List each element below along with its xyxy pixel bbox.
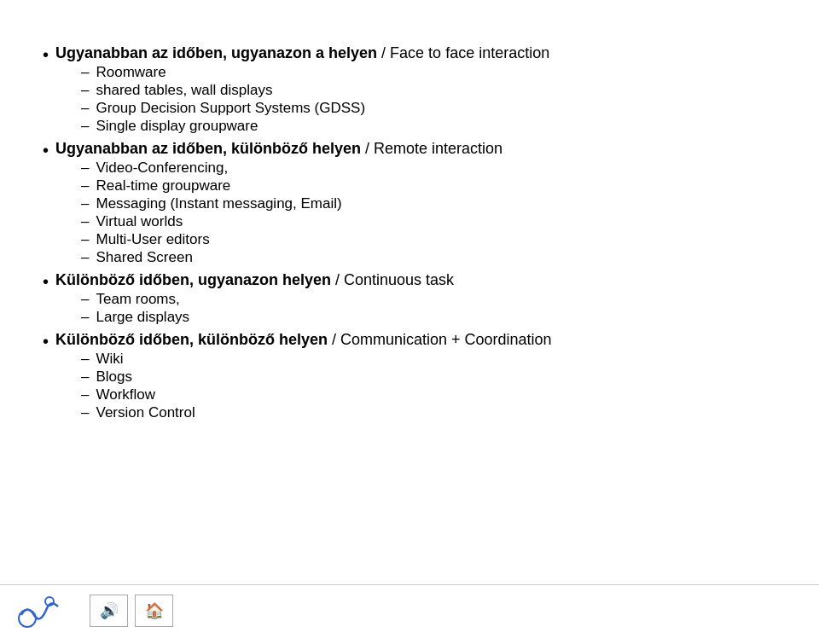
item-main-line-3: Különböző időben, ugyanazon helyen / Con… [55,271,785,289]
sub-item-text: Roomware [96,64,166,81]
sub-list-1: –Roomware–shared tables, wall displays–G… [55,64,785,135]
dash-icon: – [81,351,89,368]
sub-list-item: –Wiki [55,351,785,368]
bullet-icon-2: • [43,141,49,160]
sub-list-item: –Roomware [55,64,785,81]
sub-item-text: Real-time groupware [96,177,230,194]
bullet-icon-4: • [43,332,49,351]
sub-item-text: Version Control [96,404,195,421]
dash-icon: – [81,231,89,248]
item-main-line-2: Ugyanabban az időben, különböző helyen /… [55,140,785,158]
footer: 🔊 🏠 [0,584,819,635]
main-list-item-3: •Különböző időben, ugyanazon helyen / Co… [43,271,785,328]
footer-logo [17,591,60,629]
footer-icons: 🔊 🏠 [90,595,173,627]
main-list-item-1: •Ugyanabban az időben, ugyanazon a helye… [43,44,785,136]
dash-icon: – [81,118,89,135]
main-list-item-4: •Különböző időben, különböző helyen / Co… [43,331,785,423]
dash-icon: – [81,160,89,177]
sub-item-text: Team rooms, [96,291,179,308]
sub-list-item: –Video-Conferencing, [55,160,785,177]
content-area: •Ugyanabban az időben, ugyanazon a helye… [34,44,785,423]
sub-list-item: –Shared Screen [55,249,785,266]
dash-icon: – [81,404,89,421]
sub-list-item: –Virtual worlds [55,213,785,230]
sub-list-item: –Version Control [55,404,785,421]
sub-list-item: –Real-time groupware [55,177,785,194]
dash-icon: – [81,386,89,403]
footer-icon-house: 🏠 [135,595,173,627]
sub-item-text: shared tables, wall displays [96,82,272,99]
sub-item-text: Wiki [96,351,123,368]
bme-logo-icon [17,591,60,629]
sub-list-item: –shared tables, wall displays [55,82,785,99]
item-text-2: Ugyanabban az időben, különböző helyen /… [55,140,785,268]
item-main-line-4: Különböző időben, különböző helyen / Com… [55,331,785,349]
bullet-icon-3: • [43,272,49,292]
dash-icon: – [81,309,89,326]
sub-list-3: –Team rooms,–Large displays [55,291,785,326]
sub-item-text: Single display groupware [96,118,258,135]
item-bold-label-3: Különböző időben, ugyanazon helyen [55,271,331,288]
sub-list-item: –Blogs [55,368,785,386]
footer-icon-speaker: 🔊 [90,595,128,627]
item-suffix-2: / Remote interaction [361,140,502,157]
item-suffix-3: / Continuous task [331,271,454,288]
item-text-1: Ugyanabban az időben, ugyanazon a helyen… [55,44,785,136]
dash-icon: – [81,195,89,212]
sub-list-item: –Workflow [55,386,785,403]
sub-item-text: Shared Screen [96,249,192,266]
item-bold-label-1: Ugyanabban az időben, ugyanazon a helyen [55,44,377,61]
sub-item-text: Messaging (Instant messaging, Email) [96,195,341,212]
item-bold-label-2: Ugyanabban az időben, különböző helyen [55,140,361,157]
sub-item-text: Group Decision Support Systems (GDSS) [96,100,365,117]
sub-item-text: Blogs [96,368,132,386]
item-text-4: Különböző időben, különböző helyen / Com… [55,331,785,423]
dash-icon: – [81,82,89,99]
dash-icon: – [81,291,89,308]
sub-list-item: –Group Decision Support Systems (GDSS) [55,100,785,117]
sub-item-text: Virtual worlds [96,213,183,230]
sub-list-item: –Team rooms, [55,291,785,308]
bullet-icon-1: • [43,45,49,65]
sub-list-item: –Messaging (Instant messaging, Email) [55,195,785,212]
dash-icon: – [81,100,89,117]
item-text-3: Különböző időben, ugyanazon helyen / Con… [55,271,785,328]
sub-list-4: –Wiki–Blogs–Workflow–Version Control [55,351,785,421]
sub-list-item: –Single display groupware [55,118,785,135]
item-suffix-1: / Face to face interaction [377,44,549,61]
dash-icon: – [81,64,89,81]
sub-item-text: Large displays [96,309,189,326]
sub-item-text: Video-Conferencing, [96,160,228,177]
dash-icon: – [81,177,89,194]
dash-icon: – [81,368,89,386]
dash-icon: – [81,213,89,230]
sub-list-2: –Video-Conferencing,–Real-time groupware… [55,160,785,266]
sub-item-text: Workflow [96,386,155,403]
main-list-item-2: •Ugyanabban az időben, különböző helyen … [43,140,785,268]
sub-list-item: –Large displays [55,309,785,326]
item-main-line-1: Ugyanabban az időben, ugyanazon a helyen… [55,44,785,62]
item-suffix-4: / Communication + Coordination [328,331,552,348]
sub-item-text: Multi-User editors [96,231,209,248]
main-list: •Ugyanabban az időben, ugyanazon a helye… [43,44,785,423]
sub-list-item: –Multi-User editors [55,231,785,248]
slide-container: •Ugyanabban az időben, ugyanazon a helye… [0,0,819,644]
dash-icon: – [81,249,89,266]
item-bold-label-4: Különböző időben, különböző helyen [55,331,328,348]
